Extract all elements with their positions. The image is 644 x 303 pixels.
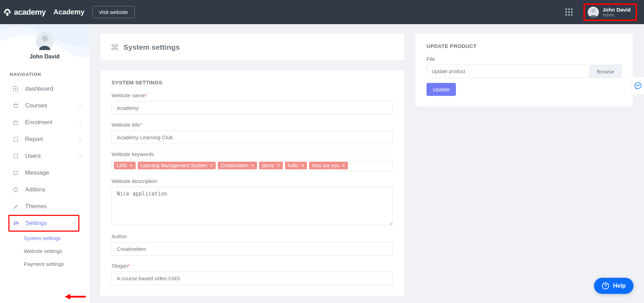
messenger-icon xyxy=(634,82,642,90)
dashboard-icon xyxy=(13,86,19,92)
svg-rect-7 xyxy=(15,88,16,89)
messenger-tab[interactable] xyxy=(631,77,644,94)
website-name-input[interactable] xyxy=(112,101,393,115)
svg-rect-6 xyxy=(13,88,14,89)
sidebar-item-message[interactable]: Message xyxy=(0,164,89,181)
website-name-label: Website name* xyxy=(112,92,393,98)
system-settings-card: SYSTEM SETTINGS Website name* Website ti… xyxy=(100,70,404,296)
keyword-tag: Creativeitem✕ xyxy=(218,162,257,169)
sidebar-sub-payment-settings[interactable]: Payment settings xyxy=(0,258,89,270)
sidebar-item-label: Settings xyxy=(26,220,47,227)
sidebar-item-label: Report xyxy=(25,136,43,143)
help-icon xyxy=(602,282,609,290)
help-label: Help xyxy=(613,282,626,289)
sidebar-item-label: Themes xyxy=(25,203,46,210)
sidebar: John David NAVIGATION dashboard Courses … xyxy=(0,24,89,303)
tag-remove-icon[interactable]: ✕ xyxy=(251,163,254,168)
keyword-tag: demo✕ xyxy=(259,162,283,169)
nav-section-title: NAVIGATION xyxy=(0,68,89,80)
user-menu[interactable]: John David Admin xyxy=(584,3,637,21)
svg-rect-12 xyxy=(14,122,18,125)
addons-icon xyxy=(13,186,19,193)
page-header: System settings xyxy=(100,34,404,61)
sidebar-item-addons[interactable]: Addons xyxy=(0,181,89,198)
sidebar-item-label: Courses xyxy=(25,102,47,109)
tag-remove-icon[interactable]: ✕ xyxy=(130,163,133,168)
browse-button[interactable]: Browse xyxy=(589,65,622,78)
keyword-tag: LMS✕ xyxy=(114,162,136,169)
sidebar-item-courses[interactable]: Courses › xyxy=(0,97,89,114)
svg-rect-0 xyxy=(6,13,9,16)
author-label: Author xyxy=(112,233,393,239)
sidebar-item-label: Addons xyxy=(25,186,45,193)
help-widget[interactable]: Help xyxy=(594,278,634,294)
website-title-input[interactable] xyxy=(112,131,393,144)
topbar: academy Academy Visit website John David… xyxy=(0,0,644,24)
settings-icon xyxy=(13,220,19,226)
user-role: Admin xyxy=(602,13,631,17)
tag-remove-icon[interactable]: ✕ xyxy=(277,163,280,168)
chevron-right-icon: › xyxy=(79,137,81,142)
update-button[interactable]: Update xyxy=(427,83,456,96)
report-icon xyxy=(13,136,19,142)
svg-rect-9 xyxy=(13,90,14,91)
slogan-label: Slogan* xyxy=(112,263,393,269)
svg-point-18 xyxy=(16,222,17,223)
file-input[interactable]: Update product xyxy=(427,65,589,78)
author-input[interactable] xyxy=(112,242,393,256)
keyword-tag: hello✕ xyxy=(285,162,307,169)
keywords-label: Website keywords xyxy=(112,151,393,157)
svg-rect-8 xyxy=(17,88,18,89)
sidebar-username: John David xyxy=(0,54,89,60)
keywords-input[interactable]: LMS✕Learning Management System✕Creativei… xyxy=(112,160,393,171)
sidebar-item-users[interactable]: Users › xyxy=(0,148,89,164)
update-product-card: UPDATE PRODUCT File Update product Brows… xyxy=(415,34,633,106)
sidebar-item-settings[interactable]: Settings › xyxy=(8,215,79,232)
enrolment-icon xyxy=(13,119,19,126)
slogan-input[interactable] xyxy=(112,272,393,285)
tag-remove-icon[interactable]: ✕ xyxy=(301,163,304,168)
sidebar-item-label: Enrolment xyxy=(25,119,52,126)
svg-rect-5 xyxy=(17,86,18,87)
keyword-tag: How are you✕ xyxy=(309,162,348,169)
users-icon xyxy=(13,153,19,159)
card-title: SYSTEM SETTINGS xyxy=(112,79,393,85)
svg-rect-10 xyxy=(15,90,16,91)
sidebar-item-themes[interactable]: Themes xyxy=(0,198,89,215)
svg-rect-4 xyxy=(15,86,16,87)
sidebar-item-enrolment[interactable]: Enrolment › xyxy=(0,114,89,131)
apps-icon[interactable] xyxy=(565,8,573,16)
card-title: UPDATE PRODUCT xyxy=(427,43,622,49)
tag-remove-icon[interactable]: ✕ xyxy=(210,163,213,168)
svg-rect-14 xyxy=(14,154,17,158)
page-title: System settings xyxy=(123,43,180,51)
description-textarea[interactable] xyxy=(112,187,393,225)
logo-icon xyxy=(3,8,12,17)
svg-rect-15 xyxy=(14,171,18,174)
avatar xyxy=(588,7,599,18)
command-icon xyxy=(111,43,119,51)
svg-point-2 xyxy=(42,35,48,42)
brand-name: Academy xyxy=(53,8,85,16)
visit-website-button[interactable]: Visit website xyxy=(92,6,135,18)
chevron-right-icon: › xyxy=(79,103,81,108)
sidebar-item-report[interactable]: Report › xyxy=(0,131,89,148)
chevron-right-icon: › xyxy=(79,154,81,158)
tag-remove-icon[interactable]: ✕ xyxy=(342,163,345,168)
message-icon xyxy=(13,170,19,176)
themes-icon xyxy=(13,203,19,210)
logo[interactable]: academy xyxy=(3,8,46,17)
description-label: Website description xyxy=(112,178,393,184)
arrow-annotation xyxy=(65,293,86,300)
sidebar-item-dashboard[interactable]: dashboard xyxy=(0,80,89,97)
chevron-right-icon: › xyxy=(79,120,81,125)
svg-point-17 xyxy=(14,224,15,225)
website-title-label: Website title* xyxy=(112,122,393,128)
sidebar-sub-system-settings[interactable]: System settings xyxy=(0,232,89,245)
sidebar-item-label: Message xyxy=(25,169,49,176)
sidebar-sub-website-settings[interactable]: Website settings xyxy=(0,245,89,258)
file-label: File xyxy=(427,56,622,62)
svg-point-1 xyxy=(591,8,595,13)
sidebar-avatar[interactable] xyxy=(36,32,54,50)
sidebar-item-label: dashboard xyxy=(25,85,53,92)
